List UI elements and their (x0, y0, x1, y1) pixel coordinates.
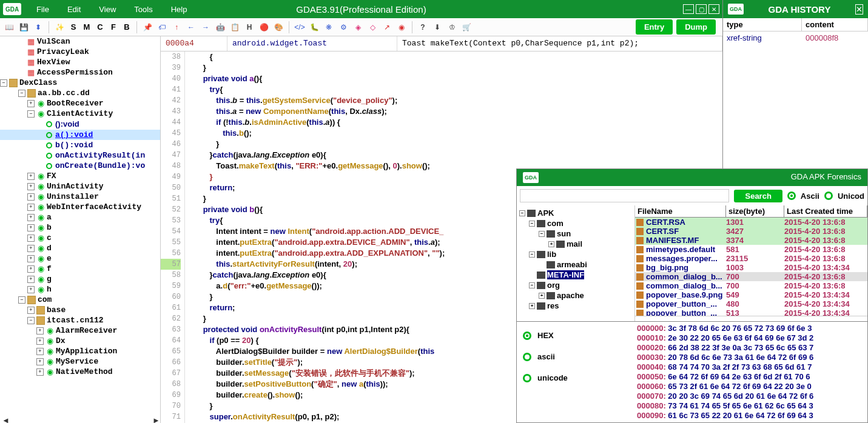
tool-c[interactable]: C (95, 22, 106, 32)
apk-tree[interactable]: −APK−com−sun+mail−libarmeabiMETA-INF−org… (517, 205, 635, 321)
apk-tree-item[interactable]: META-INF (519, 270, 632, 280)
tree-item[interactable]: +◉e (0, 253, 160, 264)
palette-icon[interactable]: 🎨 (272, 21, 284, 33)
tree-item[interactable]: +◉c (0, 233, 160, 243)
expand-icon[interactable]: + (27, 183, 35, 190)
tree-item[interactable]: +◉NativeMethod (0, 367, 160, 377)
pink1-icon[interactable]: ◈ (352, 21, 364, 33)
expand-icon[interactable]: + (529, 303, 535, 309)
tree-item[interactable]: ():void (0, 119, 160, 130)
expand-icon[interactable]: + (27, 214, 35, 221)
forensics-search-input[interactable] (520, 189, 729, 202)
save-icon[interactable]: 💾 (18, 21, 30, 33)
unicode-radio[interactable] (824, 192, 833, 200)
tree-item[interactable]: +◉Dx (0, 336, 160, 346)
h-icon[interactable]: H (243, 21, 255, 33)
tree-item[interactable]: +◉f (0, 264, 160, 274)
apk-tree-item[interactable]: −lib (519, 249, 632, 259)
expand-icon[interactable]: − (529, 251, 535, 258)
apk-tree-item[interactable]: −sun (519, 228, 632, 239)
expand-icon[interactable]: + (548, 241, 554, 247)
expand-icon[interactable]: + (36, 368, 44, 376)
forensics-search-button[interactable]: Search (734, 190, 782, 202)
expand-icon[interactable]: + (27, 204, 35, 211)
entry-button[interactable]: Entry (636, 19, 673, 35)
expand-icon[interactable]: − (27, 317, 35, 324)
file-header-name[interactable]: FileName (635, 205, 726, 217)
fp-icon[interactable]: ◉ (395, 21, 408, 33)
history-row[interactable]: xref-string 000008f8 (723, 32, 868, 44)
tool-b[interactable]: B (121, 22, 132, 32)
tree-item[interactable]: +base (0, 305, 160, 315)
menu-edit[interactable]: Edit (58, 5, 90, 14)
tree-item[interactable]: b():void (0, 140, 160, 150)
copy-icon[interactable]: 📋 (229, 21, 241, 33)
pin-icon[interactable]: 📌 (141, 21, 153, 33)
expand-icon[interactable]: − (539, 231, 545, 237)
expand-icon[interactable]: − (27, 110, 35, 118)
cart-icon[interactable]: 🛒 (460, 21, 473, 33)
expand-icon[interactable]: − (18, 296, 25, 304)
menu-tools[interactable]: Tools (125, 5, 161, 14)
tree-item[interactable]: +◉BootReceiver (0, 98, 160, 108)
menu-help[interactable]: Help (162, 5, 197, 14)
expand-icon[interactable]: + (27, 100, 35, 107)
hex-ascii-radio[interactable] (523, 353, 531, 361)
file-row[interactable]: common_dialog_b...7002015-4-20 13:6:8 (635, 272, 867, 281)
ascii-radio[interactable] (787, 192, 796, 200)
expand-icon[interactable]: − (0, 79, 7, 87)
close-icon[interactable]: ✕ (708, 4, 719, 14)
expand-icon[interactable]: + (539, 293, 545, 299)
expand-icon[interactable]: + (36, 338, 44, 345)
expand-icon[interactable]: + (27, 235, 35, 242)
file-row[interactable]: MANIFEST.MF33742015-4-20 13:6:8 (635, 236, 867, 245)
class-tree[interactable]: ▦VulScan▦PrivacyLeak▦HexView▦AccessPermi… (0, 36, 161, 423)
expand-icon[interactable]: − (519, 210, 525, 216)
nav-back-icon[interactable]: ← (185, 21, 197, 33)
expand-icon[interactable]: + (27, 224, 35, 231)
file-header-date[interactable]: Last Created time (784, 205, 867, 217)
tree-item[interactable]: ▦HexView (0, 57, 160, 67)
tree-item[interactable]: ▦AccessPermission (0, 67, 160, 78)
expand-icon[interactable]: − (18, 90, 25, 97)
apk-tree-item[interactable]: +res (519, 301, 632, 311)
expand-icon[interactable]: + (27, 276, 35, 283)
apk-tree-item[interactable]: +apache (519, 290, 632, 301)
wizard-icon[interactable]: ✨ (53, 21, 66, 33)
tree-item[interactable]: +◉AlarmReceiver (0, 325, 160, 336)
file-row[interactable]: popover_button_...4802015-4-20 13:4:34 (635, 299, 867, 308)
crown-icon[interactable]: ♔ (446, 21, 458, 33)
hex-unicode-radio[interactable] (523, 374, 531, 382)
expand-icon[interactable]: − (529, 282, 535, 288)
download-icon[interactable]: ⬇ (431, 21, 443, 33)
tree-item[interactable]: −◉ClientActivity (0, 108, 160, 119)
android-icon[interactable]: 🤖 (214, 21, 226, 33)
expand-icon[interactable]: + (27, 173, 35, 180)
tree-item[interactable]: +◉d (0, 243, 160, 253)
file-row[interactable]: CERT.SF34272015-4-20 13:6:8 (635, 227, 867, 236)
tree-item[interactable]: +◉UninActivity (0, 181, 160, 192)
hex-view[interactable]: 000000: 3c 3f 78 6d 6c 20 76 65 72 73 69… (635, 322, 867, 422)
dump-button[interactable]: Dump (676, 19, 716, 35)
pink2-icon[interactable]: ◇ (366, 21, 378, 33)
expand-icon[interactable]: + (36, 358, 44, 365)
hash-icon[interactable]: ❋ (323, 21, 335, 33)
expand-icon[interactable]: + (27, 286, 35, 293)
tree-item[interactable]: ▦VulScan (0, 36, 160, 47)
tool-s[interactable]: S (68, 22, 79, 32)
tree-item[interactable]: −itcast.cn112 (0, 315, 160, 325)
tree-item[interactable]: +◉MyService (0, 356, 160, 367)
tool-f[interactable]: F (108, 22, 119, 32)
tool-m[interactable]: M (81, 22, 92, 32)
tree-item[interactable]: +◉FX (0, 171, 160, 181)
file-hscroll[interactable] (635, 316, 867, 321)
apk-tree-item[interactable]: −APK (519, 208, 632, 218)
tree-item[interactable]: +◉WebInterfaceActivity (0, 202, 160, 212)
badge-icon[interactable]: 🏷 (156, 21, 168, 33)
tree-item[interactable]: −com (0, 295, 160, 305)
nav-up-icon[interactable]: ↑ (170, 21, 183, 33)
arrow-icon[interactable]: ↗ (381, 21, 393, 33)
tree-item[interactable]: a():void (0, 130, 160, 140)
menu-file[interactable]: File (27, 5, 58, 14)
tree-hscroll[interactable]: ◄► (2, 416, 158, 423)
